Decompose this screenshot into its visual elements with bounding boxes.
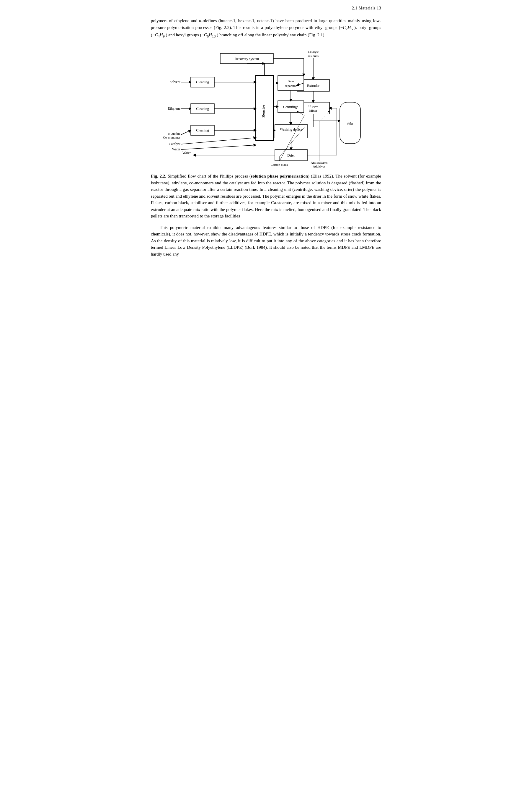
- reactor-label: Reactor: [261, 105, 265, 117]
- figure-caption: Fig. 2.2. Simplified flow chart of the P…: [151, 173, 381, 220]
- catalyst-label: Catalyst: [169, 142, 181, 146]
- silo-label: Silo: [347, 122, 353, 126]
- svg-line-43: [181, 138, 256, 144]
- intro-paragraph: polymers of ethylene and α-olefines (but…: [151, 17, 381, 39]
- mixer-label: Mixer: [309, 109, 317, 112]
- water-out-label: Water: [183, 151, 191, 155]
- diagram-wrapper: Recovery system Catalyst residues Extrud…: [163, 44, 369, 170]
- ethylene-label: Ethylene: [168, 106, 180, 111]
- centrifuge-label: Centrifuge: [283, 105, 298, 109]
- alpha-olefine-label: α-Olefine: [168, 132, 181, 135]
- cleaning1-label: Cleaning: [196, 80, 209, 84]
- water-in-label: Water: [172, 147, 180, 151]
- svg-line-40: [181, 130, 191, 135]
- comonomer-label: Co-monomer: [163, 136, 180, 139]
- gas-sep-label2: separator: [285, 84, 297, 88]
- gas-sep-label1: Gas-: [288, 79, 294, 83]
- figure-label: Fig. 2.2.: [151, 174, 166, 179]
- hopper-label: Hopper: [308, 104, 318, 108]
- page-number: 2.1 Materials 13: [352, 6, 381, 11]
- cleaning2-label: Cleaning: [196, 107, 209, 111]
- drier-label: Drier: [287, 153, 294, 157]
- solvent-label: Solvent: [169, 80, 180, 84]
- second-paragraph: This polymeric material exhibits many ad…: [151, 224, 381, 258]
- catalyst-residues-label2: residues: [308, 54, 319, 58]
- catalyst-residues-label: Catalyst: [308, 50, 319, 54]
- page-header: 2.1 Materials 13: [151, 6, 381, 12]
- svg-rect-9: [278, 76, 304, 90]
- extruder-label: Extruder: [307, 83, 319, 88]
- figure-2-2: Recovery system Catalyst residues Extrud…: [151, 44, 381, 170]
- washing-label1: Washing device: [280, 127, 302, 131]
- carbon-black-label: Carbon black: [271, 163, 288, 166]
- cleaning3-label: Cleaning: [196, 128, 209, 132]
- additives-label: Additives: [313, 165, 326, 168]
- svg-line-44: [181, 145, 256, 149]
- recovery-system-label: Recovery system: [235, 57, 259, 61]
